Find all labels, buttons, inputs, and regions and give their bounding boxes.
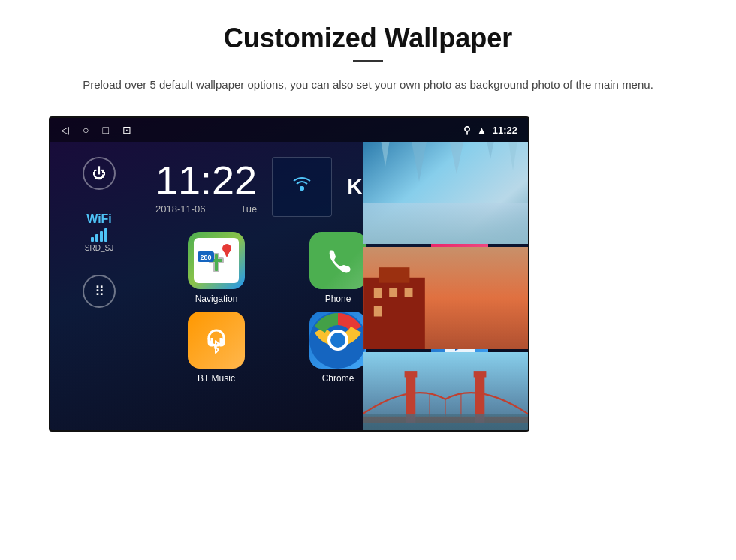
svg-point-18 [330,333,345,348]
svg-rect-35 [374,288,382,298]
app-item-navigation[interactable]: 280 Navigation [159,232,273,304]
clock-day: Tue [240,203,257,215]
wifi-bar-1 [91,237,94,242]
map-svg: 280 [194,238,239,283]
wifi-bar-4 [104,228,107,242]
navigation-label: Navigation [195,294,238,304]
recent-icon: □ [102,124,108,136]
svg-rect-43 [363,417,528,423]
screenshot-icon: ⊡ [122,124,131,136]
svg-rect-42 [363,423,528,432]
wifi-animation-icon [287,172,317,202]
clock-date-row: 2018-11-06 Tue [155,203,257,215]
svg-rect-40 [405,306,413,317]
clock-time: 11:22 [155,160,257,200]
chrome-label: Chrome [322,373,354,384]
svg-rect-5 [215,254,218,271]
status-time: 11:22 [493,125,517,136]
title-divider [353,60,383,62]
wifi-bar-2 [95,234,98,242]
btmusic-label: BT Music [198,373,235,384]
phone-svg [322,245,354,276]
status-left: ◁ ○ □ ⊡ [61,124,131,136]
home-icon: ○ [83,124,89,136]
wallpaper-thumb-1[interactable] [363,142,528,244]
wallpaper-thumb-2[interactable] [363,247,528,349]
svg-rect-45 [475,375,485,423]
power-button[interactable]: ⏻ [83,157,116,190]
wallpaper-thumbs: CarSetting [363,142,528,432]
navigation-icon: 280 [188,232,245,289]
page-header: Customized Wallpaper Preload over 5 defa… [0,0,736,109]
btmusic-icon [188,312,245,369]
wifi-bars [85,228,113,242]
bridge-wallpaper-svg [363,352,528,432]
svg-point-31 [363,234,528,244]
svg-rect-38 [374,306,382,317]
back-icon: ◁ [61,124,69,136]
ice-wallpaper-svg [363,142,528,244]
svg-rect-44 [406,375,416,423]
apps-button[interactable]: ⠿ [83,275,116,308]
status-right: ⚲ ▲ 11:22 [463,125,517,136]
nav-badge: 280 [188,232,245,289]
wallpaper-thumb-3[interactable]: CarSetting [363,352,528,432]
android-screen: ◁ ○ □ ⊡ ⚲ ▲ 11:22 ⏻ WiFi [49,116,529,432]
page-title: Customized Wallpaper [60,23,676,54]
device-frame: ◁ ○ □ ⊡ ⚲ ▲ 11:22 ⏻ WiFi [49,116,687,432]
svg-rect-46 [405,371,418,377]
page-subtitle: Preload over 5 default wallpaper options… [60,76,676,94]
svg-rect-25 [363,142,528,244]
page-wrapper: Customized Wallpaper Preload over 5 defa… [0,0,736,432]
wifi-ssid: SRD_SJ [85,244,113,252]
phone-label: Phone [325,294,351,304]
chrome-icon-el [309,312,366,369]
bt-svg [201,324,232,356]
clock-date: 2018-11-06 [155,203,206,215]
building-wallpaper-svg [363,247,528,349]
svg-point-1 [300,186,304,191]
svg-rect-32 [363,247,528,349]
screen-content: ⏻ WiFi SRD_SJ ⠿ [50,142,528,432]
svg-rect-39 [389,306,397,317]
svg-rect-34 [379,267,410,282]
app-item-btmusic[interactable]: BT Music [159,312,273,384]
wifi-widget-box [272,157,332,217]
status-bar: ◁ ○ □ ⊡ ⚲ ▲ 11:22 [50,118,528,142]
svg-rect-36 [389,288,397,298]
clock-block: 11:22 2018-11-06 Tue [155,160,257,215]
signal-icon: ▲ [477,125,487,136]
wifi-bar-3 [100,231,103,242]
svg-text:280: 280 [200,254,211,261]
chrome-svg [309,312,366,369]
sidebar: ⏻ WiFi SRD_SJ ⠿ [50,142,148,432]
svg-rect-41 [363,352,528,432]
phone-icon [309,232,366,289]
wifi-widget: WiFi SRD_SJ [85,212,113,252]
wifi-label: WiFi [85,212,113,226]
svg-rect-47 [474,371,487,377]
location-icon: ⚲ [463,125,471,136]
svg-rect-37 [405,288,413,298]
